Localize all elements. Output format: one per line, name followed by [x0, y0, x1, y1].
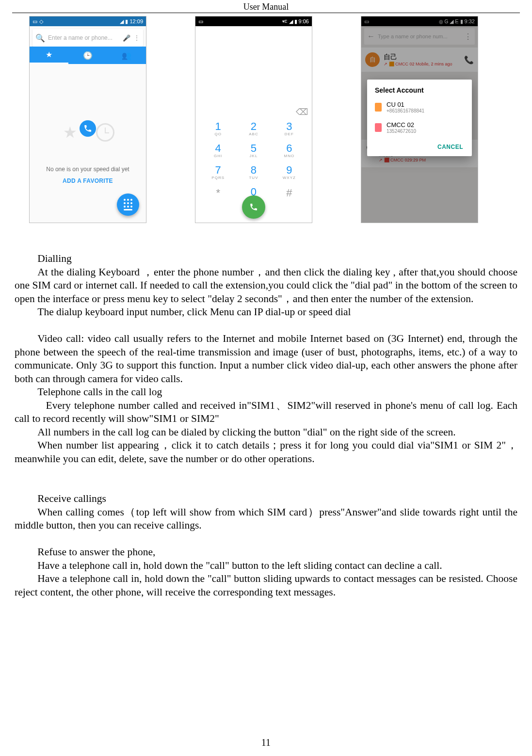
account-option-cu01[interactable]: CU 01 +8618616788841 — [367, 97, 472, 117]
p-ip-dialup: The dialup keyboard input number, click … — [15, 306, 517, 319]
people-icon: 👥 — [122, 51, 131, 60]
p-dialling-title: Dialling — [15, 252, 517, 266]
dialog-title: Select Account — [367, 80, 472, 97]
key-4[interactable]: 4GHI — [200, 143, 236, 165]
phone-icon — [249, 203, 258, 211]
empty-state-text: No one is on your speed dial yet — [46, 166, 129, 173]
account-name: CU 01 — [387, 101, 424, 108]
dial-pad: 1QO 2ABC 3DEF 4GHI 5JKL 6MNO 7PQRS 8TUV … — [195, 121, 312, 223]
tab-recents[interactable]: 🕒 — [68, 47, 107, 64]
account-option-cmcc02[interactable]: CMCC 02 13524672610 — [367, 117, 472, 138]
search-icon: 🔍 — [35, 33, 45, 43]
tab-contacts[interactable]: 👥 — [107, 47, 146, 64]
p-dial-button: All numbers in the call log can be diale… — [15, 426, 517, 439]
add-favorite-button[interactable]: ADD A FAVORITE — [63, 177, 113, 184]
p-calllog-title: Telephone calls in the call log — [15, 386, 517, 399]
p-receive-desc: When calling comes（top left will show fr… — [15, 506, 517, 532]
star-icon: ★ — [63, 123, 77, 142]
body-text: Dialling At the dialing Keyboard ，enter … — [0, 223, 532, 599]
call-button[interactable] — [242, 195, 265, 219]
search-placeholder: Enter a name or phone... — [48, 34, 120, 41]
status-bar: ▭ ▾E ◢ ▮ 9:06 — [195, 16, 312, 26]
key-8[interactable]: 8TUV — [236, 165, 271, 187]
p-refuse-message: Have a telephone call in, hold down the … — [15, 572, 517, 599]
volte-icon: ▾E — [282, 19, 288, 24]
key-3[interactable]: 3DEF — [272, 121, 307, 143]
search-bar[interactable]: 🔍 Enter a name or phone... 🎤 ⋮ — [32, 29, 143, 47]
phone-circle-icon — [80, 120, 96, 137]
screenshot-icon: ▭ — [198, 18, 203, 25]
page-number: 11 — [0, 737, 532, 748]
key-5[interactable]: 5JKL — [236, 143, 271, 165]
p-calllog-desc: Every telephone number called and receiv… — [15, 399, 517, 426]
clock: 12:09 — [129, 18, 143, 24]
clock: 9:06 — [299, 18, 309, 24]
battery-icon: ▮ — [294, 18, 297, 25]
mic-icon[interactable]: 🎤 — [123, 34, 130, 42]
overflow-icon[interactable]: ⋮ — [133, 34, 140, 42]
top-tabs: ★ 🕒 👥 — [30, 47, 146, 64]
screenshots-row: ▭ ◇ ◢ ▮ 12:09 🔍 Enter a name or phone...… — [0, 13, 532, 223]
account-name: CMCC 02 — [387, 121, 416, 129]
account-number: +8618616788841 — [387, 108, 424, 113]
screenshot-dialpad: ▭ ▾E ◢ ▮ 9:06 ⌫ 1QO 2ABC 3DEF — [195, 16, 312, 223]
p-refuse-title: Refuse to answer the phone, — [15, 546, 517, 559]
p-video-call: Video call: video call usually refers to… — [15, 332, 517, 386]
key-6[interactable]: 6MNO — [272, 143, 307, 165]
signal-icon: ◢ — [289, 18, 293, 25]
key-2[interactable]: 2ABC — [236, 121, 271, 143]
account-number: 13524672610 — [387, 129, 416, 134]
empty-state-graphic: ★ — [61, 104, 114, 157]
battery-icon: ▮ — [125, 18, 128, 25]
select-account-dialog: Select Account CU 01 +8618616788841 CMCC… — [367, 80, 472, 156]
tab-speed-dial[interactable]: ★ — [30, 47, 68, 64]
sim-icon — [375, 103, 382, 112]
backspace-icon[interactable]: ⌫ — [296, 107, 308, 117]
screenshot-select-account: ▭ ◎ G ◢ E ▮ 9:32 ← Type a name or phone … — [361, 16, 478, 223]
status-bar: ▭ ◇ ◢ ▮ 12:09 — [30, 16, 146, 26]
clock-outline-icon — [96, 123, 114, 142]
key-hash[interactable]: # — [272, 187, 307, 209]
dialpad-fab[interactable] — [117, 193, 139, 216]
p-dialling-desc: At the dialing Keyboard ，enter the phone… — [15, 266, 517, 306]
key-9[interactable]: 9WXYZ — [272, 165, 307, 187]
page-header: User Manual — [0, 0, 532, 12]
screenshot-speed-dial: ▭ ◇ ◢ ▮ 12:09 🔍 Enter a name or phone...… — [29, 16, 146, 223]
sim-icon — [375, 123, 382, 132]
key-star[interactable]: * — [200, 187, 236, 209]
p-refuse-slide: Have a telephone call in, hold down the … — [15, 559, 517, 573]
star-icon: ★ — [46, 50, 52, 59]
key-1[interactable]: 1QO — [200, 121, 236, 143]
clock-icon: 🕒 — [83, 51, 93, 60]
p-number-list: When number list appearing，click it to c… — [15, 439, 517, 466]
dialpad-icon — [124, 199, 132, 210]
phone-icon — [83, 124, 92, 133]
p-receive-title: Receive callings — [15, 492, 517, 506]
key-7[interactable]: 7PQRS — [200, 165, 236, 187]
screenshot-icon: ▭ — [32, 18, 37, 25]
cancel-button[interactable]: CANCEL — [367, 138, 472, 153]
wifi-icon: ◇ — [39, 18, 43, 25]
manual-page: User Manual ▭ ◇ ◢ ▮ 12:09 🔍 Enter a name… — [0, 0, 532, 756]
signal-icon: ◢ — [120, 18, 124, 25]
number-display: ⌫ — [195, 26, 312, 121]
